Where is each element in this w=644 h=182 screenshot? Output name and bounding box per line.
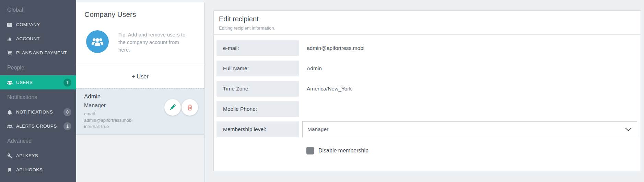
disable-membership-checkbox[interactable] bbox=[306, 147, 314, 154]
sidebar-item-plans-and-payment[interactable]: PLANS AND PAYMENT bbox=[0, 46, 76, 60]
users-icon bbox=[6, 123, 13, 129]
edit-recipient-form: e-mail: admin@apifortress.mobi Full Name… bbox=[214, 35, 641, 154]
users-icon bbox=[91, 36, 104, 47]
card-title: Edit recipient bbox=[219, 15, 635, 23]
sidebar-section-people: People bbox=[0, 60, 76, 75]
field-label: e-mail: bbox=[216, 40, 299, 56]
user-email: admin@apifortress.mobi bbox=[84, 117, 204, 124]
chevron-down-icon bbox=[625, 128, 632, 131]
membership-level-select[interactable]: Manager bbox=[302, 121, 637, 137]
edit-recipient-area: Edit recipient Editing recipient informa… bbox=[205, 0, 644, 182]
field-label: Full Name: bbox=[216, 61, 299, 76]
sidebar-item-label: USERS bbox=[16, 80, 33, 85]
notifications-count-badge: 0 bbox=[63, 108, 71, 116]
field-label: Mobile Phone: bbox=[216, 101, 299, 117]
bar-chart-icon bbox=[6, 36, 13, 42]
email-field[interactable]: admin@apifortress.mobi bbox=[299, 40, 637, 56]
sidebar-item-api-hooks[interactable]: API HOOKS bbox=[0, 163, 76, 177]
add-user-button[interactable]: + User bbox=[76, 71, 204, 82]
time-zone-field[interactable]: America/New_York bbox=[299, 81, 637, 97]
divider bbox=[76, 64, 204, 64]
sidebar-item-users[interactable]: USERS 1 bbox=[0, 75, 76, 89]
users-tip-icon bbox=[86, 30, 109, 53]
field-label: Time Zone: bbox=[216, 81, 299, 97]
user-list-item-admin[interactable]: Admin Manager email: admin@apifortress.m… bbox=[76, 88, 204, 135]
sidebar: Global COMPANY ACCOUNT bbox=[0, 0, 76, 182]
card-subtitle: Editing recipient information. bbox=[219, 25, 635, 31]
users-icon bbox=[6, 79, 13, 85]
company-users-panel: Company Users Tip: Add and remove users … bbox=[76, 2, 204, 182]
sidebar-item-label: API HOOKS bbox=[16, 167, 43, 172]
cart-icon bbox=[6, 50, 13, 56]
sidebar-section-global: Global bbox=[0, 2, 76, 18]
full-name-field[interactable]: Admin bbox=[299, 61, 637, 76]
form-row-membership-level: Membership level: Manager bbox=[216, 121, 637, 137]
field-label: Membership level: bbox=[216, 121, 299, 137]
sidebar-item-label: NOTIFICATIONS bbox=[16, 109, 53, 115]
alerts-groups-count-badge: 1 bbox=[63, 122, 71, 130]
sidebar-item-label: ALERTS GROUPS bbox=[16, 124, 57, 129]
user-name: Admin bbox=[84, 93, 204, 100]
users-tip-text: Tip: Add and remove users to the company… bbox=[118, 31, 189, 54]
mobile-phone-field[interactable] bbox=[299, 101, 637, 117]
form-row-email: e-mail: admin@apifortress.mobi bbox=[216, 40, 637, 56]
sidebar-item-label: API KEYS bbox=[16, 153, 38, 158]
sidebar-item-notifications[interactable]: NOTIFICATIONS 0 bbox=[0, 105, 76, 119]
sidebar-item-company[interactable]: COMPANY bbox=[0, 18, 76, 32]
company-icon bbox=[6, 22, 13, 28]
sidebar-item-alerts-groups[interactable]: ALERTS GROUPS 1 bbox=[0, 119, 76, 133]
pencil-icon bbox=[169, 104, 176, 111]
sidebar-item-api-keys[interactable]: API KEYS bbox=[0, 149, 76, 163]
sidebar-item-label: ACCOUNT bbox=[16, 36, 40, 41]
sidebar-section-notifications: Notifications bbox=[0, 89, 76, 105]
page-title: Company Users bbox=[84, 10, 136, 19]
form-row-full-name: Full Name: Admin bbox=[216, 61, 637, 76]
key-icon bbox=[6, 153, 13, 159]
membership-level-value: Manager bbox=[307, 126, 328, 132]
edit-recipient-card: Edit recipient Editing recipient informa… bbox=[213, 10, 641, 171]
edit-user-button[interactable] bbox=[164, 99, 181, 116]
user-internal-flag: internal: true bbox=[84, 124, 204, 130]
sidebar-item-account[interactable]: ACCOUNT bbox=[0, 32, 76, 46]
user-list-empty-area bbox=[76, 135, 204, 182]
sidebar-item-label: PLANS AND PAYMENT bbox=[16, 50, 67, 55]
bookmark-icon bbox=[6, 167, 13, 173]
users-count-badge: 1 bbox=[63, 78, 71, 86]
disable-membership-label: Disable membership bbox=[318, 148, 368, 154]
card-header: Edit recipient Editing recipient informa… bbox=[214, 11, 641, 34]
sidebar-item-label: COMPANY bbox=[16, 22, 40, 27]
trash-icon bbox=[187, 104, 193, 111]
form-row-mobile-phone: Mobile Phone: bbox=[216, 101, 637, 117]
form-row-time-zone: Time Zone: America/New_York bbox=[216, 81, 637, 97]
sidebar-section-advanced: Advanced bbox=[0, 133, 76, 149]
app-root: Global COMPANY ACCOUNT bbox=[0, 0, 644, 182]
disable-membership-row: Disable membership bbox=[306, 147, 637, 154]
delete-user-button[interactable] bbox=[182, 99, 198, 116]
bell-icon bbox=[6, 109, 13, 115]
